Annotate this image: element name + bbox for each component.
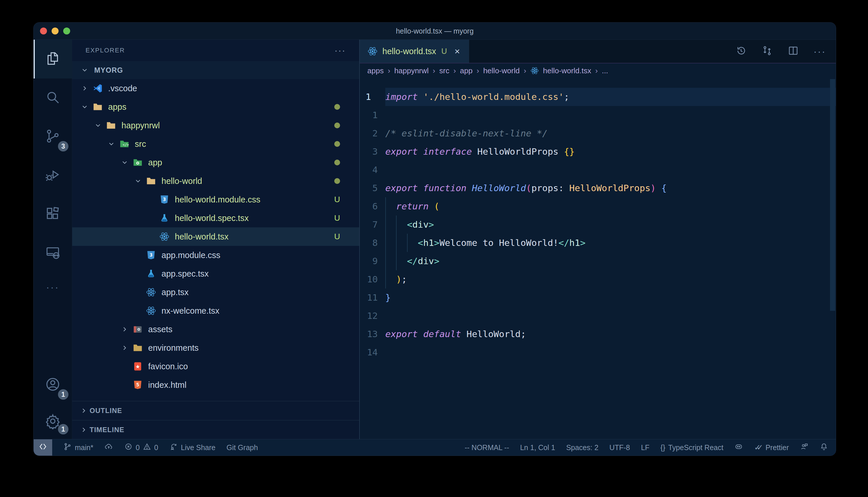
- eol-status[interactable]: LF: [641, 443, 649, 452]
- sync-changes-button[interactable]: [105, 442, 113, 453]
- activity-more-button[interactable]: ···: [33, 272, 72, 301]
- code-line[interactable]: 3export interface HelloWorldProps {}: [360, 142, 836, 161]
- feedback-button[interactable]: [800, 442, 809, 453]
- open-changes-icon[interactable]: [761, 45, 773, 58]
- line-number-relative[interactable]: 12: [360, 307, 385, 325]
- code-line[interactable]: 4: [360, 161, 836, 179]
- split-editor-icon[interactable]: [787, 45, 799, 58]
- line-number-relative[interactable]: 14: [360, 343, 385, 361]
- breadcrumb-item--[interactable]: ...: [602, 66, 608, 75]
- code-line-content[interactable]: <div>: [385, 215, 836, 234]
- timeline-history-icon[interactable]: [735, 45, 747, 58]
- code-line[interactable]: 11}: [360, 288, 836, 307]
- line-number-relative[interactable]: 9: [360, 252, 385, 270]
- git-branch-status[interactable]: main*: [63, 442, 93, 453]
- tree-item-nx-welcome-tsx[interactable]: nx-welcome.tsx: [72, 301, 359, 320]
- breadcrumb-item-app[interactable]: app: [460, 66, 472, 75]
- activity-search-button[interactable]: [33, 79, 72, 117]
- prettier-status[interactable]: ✓✓ Prettier: [754, 443, 789, 452]
- cursor-position-status[interactable]: Ln 1, Col 1: [520, 443, 555, 452]
- copilot-status-button[interactable]: [734, 442, 743, 453]
- activity-extensions-button[interactable]: [33, 195, 72, 234]
- tree-item-happynrwl[interactable]: happynrwl: [72, 116, 359, 135]
- tree-item-app-tsx[interactable]: app.tsx: [72, 283, 359, 301]
- encoding-status[interactable]: UTF-8: [609, 443, 630, 452]
- code-line[interactable]: 2/* eslint-disable-next-line */: [360, 124, 836, 142]
- code-line-content[interactable]: [385, 343, 836, 361]
- activity-source-control-button[interactable]: 3: [33, 117, 72, 156]
- tree-item-assets[interactable]: assets: [72, 320, 359, 339]
- code-line-content[interactable]: }: [385, 288, 836, 307]
- code-line-content[interactable]: );: [385, 270, 836, 288]
- code-line-content[interactable]: /* eslint-disable-next-line */: [385, 124, 836, 142]
- tab-hello-world-tsx[interactable]: hello-world.tsx U ×: [360, 40, 469, 63]
- vim-mode-indicator[interactable]: -- NORMAL --: [465, 443, 509, 452]
- breadcrumb-item-happynrwl[interactable]: happynrwl: [394, 66, 429, 75]
- tree-item-environments[interactable]: environments: [72, 339, 359, 357]
- activity-remote-explorer-button[interactable]: [33, 234, 72, 272]
- tree-item-hello-world-tsx[interactable]: hello-world.tsxU: [72, 227, 359, 246]
- activity-explorer-button[interactable]: [33, 40, 72, 79]
- code-line-content[interactable]: [385, 307, 836, 325]
- outline-section-header[interactable]: OUTLINE: [72, 401, 359, 420]
- activity-settings-button[interactable]: 1: [33, 404, 72, 439]
- code-line-content[interactable]: import './hello-world.module.css';: [385, 88, 836, 106]
- breadcrumb-item-hello-world-tsx[interactable]: hello-world.tsx: [543, 66, 591, 75]
- code-line[interactable]: 13export default HelloWorld;: [360, 325, 836, 343]
- code-line-content[interactable]: export interface HelloWorldProps {}: [385, 142, 836, 161]
- activity-run-debug-button[interactable]: [33, 156, 72, 195]
- tree-item-index-html[interactable]: 5index.html: [72, 375, 359, 394]
- workspace-section-header[interactable]: MYORG: [72, 61, 359, 79]
- code-line-content[interactable]: [385, 106, 836, 124]
- explorer-more-actions-button[interactable]: ···: [334, 45, 346, 55]
- tree-item-hello-world-module-css[interactable]: 3hello-world.module.cssU: [72, 190, 359, 209]
- line-number-relative[interactable]: 10: [360, 270, 385, 288]
- code-line[interactable]: 1import './hello-world.module.css';: [360, 88, 836, 106]
- breadcrumb-item-hello-world[interactable]: hello-world: [483, 66, 520, 75]
- activity-accounts-button[interactable]: 1: [33, 366, 72, 404]
- code-line-content[interactable]: <h1>Welcome to HelloWorld!</h1>: [385, 234, 836, 252]
- code-line[interactable]: 6 return (: [360, 197, 836, 215]
- line-number-relative[interactable]: 13: [360, 325, 385, 343]
- git-graph-button[interactable]: Git Graph: [226, 443, 258, 452]
- language-mode-status[interactable]: {} TypeScript React: [660, 443, 724, 452]
- code-editor[interactable]: 1import './hello-world.module.css';12/* …: [360, 78, 836, 439]
- line-number-relative[interactable]: 6: [360, 197, 385, 215]
- remote-indicator-button[interactable]: [33, 439, 52, 456]
- editor-more-actions-icon[interactable]: ···: [813, 46, 826, 57]
- problems-status[interactable]: 0 0: [124, 442, 158, 453]
- tree-item-apps[interactable]: apps: [72, 98, 359, 116]
- code-line-content[interactable]: </div>: [385, 252, 836, 270]
- tree-item-src[interactable]: </>src: [72, 135, 359, 153]
- code-line-content[interactable]: return (: [385, 197, 836, 215]
- line-number-relative[interactable]: 2: [360, 124, 385, 142]
- timeline-section-header[interactable]: TIMELINE: [72, 420, 359, 439]
- tree-item-hello-world-spec-tsx[interactable]: hello-world.spec.tsxU: [72, 209, 359, 227]
- tree-item-app-module-css[interactable]: 3app.module.css: [72, 246, 359, 265]
- line-number-relative[interactable]: 11: [360, 288, 385, 307]
- code-line[interactable]: 9 </div>: [360, 252, 836, 270]
- line-number-relative[interactable]: 3: [360, 142, 385, 161]
- live-share-button[interactable]: Live Share: [169, 442, 216, 453]
- tab-close-button[interactable]: ×: [455, 46, 460, 57]
- code-line[interactable]: 7 <div>: [360, 215, 836, 234]
- line-number-current[interactable]: 1: [360, 88, 385, 106]
- code-line-content[interactable]: export function HelloWorld(props: HelloW…: [385, 179, 836, 197]
- line-number-relative[interactable]: 7: [360, 215, 385, 234]
- line-number-relative[interactable]: 4: [360, 161, 385, 179]
- breadcrumb-item-apps[interactable]: apps: [367, 66, 384, 75]
- code-line[interactable]: 10 );: [360, 270, 836, 288]
- tree-item-app-spec-tsx[interactable]: app.spec.tsx: [72, 265, 359, 283]
- line-number-relative[interactable]: 1: [360, 106, 385, 124]
- breadcrumb-item-src[interactable]: src: [439, 66, 449, 75]
- line-number-relative[interactable]: 8: [360, 234, 385, 252]
- code-line[interactable]: 14: [360, 343, 836, 361]
- editor-scrollbar[interactable]: [830, 79, 835, 311]
- indentation-status[interactable]: Spaces: 2: [566, 443, 598, 452]
- code-line[interactable]: 1: [360, 106, 836, 124]
- notifications-bell-button[interactable]: [819, 442, 828, 453]
- code-line-content[interactable]: export default HelloWorld;: [385, 325, 836, 343]
- tree-item--vscode[interactable]: .vscode: [72, 79, 359, 98]
- code-line[interactable]: 5export function HelloWorld(props: Hello…: [360, 179, 836, 197]
- tree-item-app[interactable]: app: [72, 153, 359, 172]
